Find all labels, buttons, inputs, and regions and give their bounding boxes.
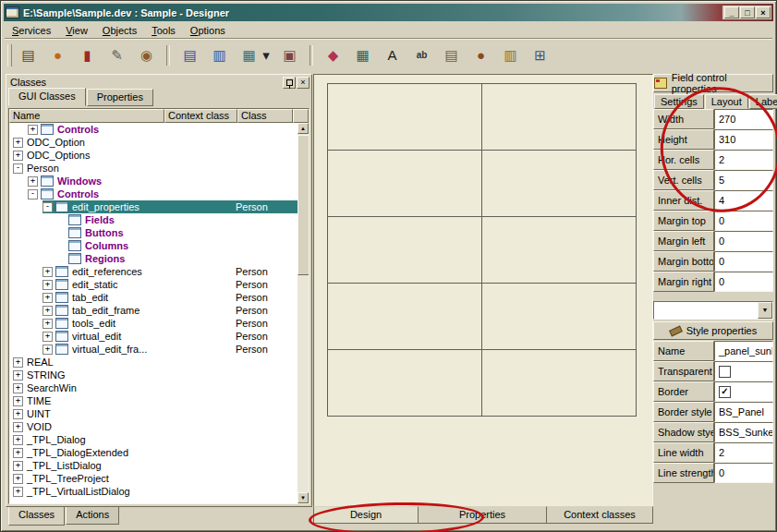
expand-icon[interactable]: + — [13, 370, 23, 381]
menu-item-options[interactable]: Options — [183, 23, 233, 38]
grid-cell[interactable] — [328, 217, 482, 284]
combo-dropdown-icon[interactable]: ▼ — [758, 302, 772, 319]
expand-icon[interactable]: + — [28, 125, 38, 135]
expand-icon[interactable]: + — [13, 138, 23, 148]
menu-item-objects[interactable]: Objects — [95, 23, 144, 38]
column-context-class[interactable]: Context class — [164, 109, 237, 123]
toolbar-print-blue-2-button[interactable]: ▥ — [208, 43, 231, 66]
field-control-properties-header[interactable]: Field control properties — [653, 74, 773, 92]
expand-icon[interactable]: + — [42, 345, 53, 355]
toolbar-form-preview-button[interactable]: ▣ — [278, 43, 301, 66]
tab-actions[interactable]: Actions — [66, 507, 119, 525]
property-value[interactable]: BS_Panel — [714, 402, 773, 422]
expand-icon[interactable]: + — [42, 306, 53, 316]
property-value[interactable]: 2 — [714, 150, 773, 170]
expand-icon[interactable]: + — [13, 409, 23, 419]
tree-row[interactable]: +tab_editPerson — [9, 291, 297, 304]
style-combo[interactable]: ▼ — [653, 301, 773, 320]
tree-row[interactable]: Fields — [9, 213, 297, 226]
property-value[interactable]: 2 — [714, 442, 773, 463]
collapse-icon[interactable]: - — [13, 163, 23, 174]
scroll-down-icon[interactable]: ▼ — [297, 492, 309, 503]
tree-row[interactable]: +edit_staticPerson — [9, 278, 297, 291]
expand-icon[interactable]: + — [42, 280, 53, 290]
expand-icon[interactable]: + — [28, 176, 38, 187]
toolbar-window-new-button[interactable]: ⊞ — [528, 43, 552, 66]
grid-cell[interactable] — [482, 217, 637, 284]
collapse-icon[interactable]: - — [28, 189, 38, 200]
tree-row[interactable]: +edit_referencesPerson — [9, 265, 297, 278]
tab-design[interactable]: Design — [313, 506, 418, 524]
tree-row[interactable]: +tools_editPerson — [9, 317, 297, 330]
tree-row[interactable]: +_TPL_DialogExtended — [9, 446, 297, 459]
menu-item-tools[interactable]: Tools — [144, 23, 183, 38]
tree-row[interactable]: +STRING — [9, 369, 297, 381]
design-canvas[interactable] — [313, 74, 653, 507]
grid-cell[interactable] — [328, 284, 482, 350]
tree-row[interactable]: +_TPL_VirtualListDialog — [9, 485, 297, 498]
property-value[interactable]: _panel_sunken — [714, 341, 773, 361]
grid-cell[interactable] — [328, 84, 482, 151]
tree-row[interactable]: +virtual_edit_fra...Person — [9, 343, 297, 356]
property-value[interactable]: 0 — [714, 272, 773, 292]
tree-row[interactable]: +ODC_Option — [9, 136, 297, 149]
checkbox-checked[interactable]: ✓ — [719, 386, 731, 398]
collapse-icon[interactable]: - — [42, 202, 53, 212]
pin-button[interactable] — [283, 77, 296, 89]
expand-icon[interactable]: + — [13, 151, 23, 161]
toolbar-button-control-button[interactable]: ab — [410, 43, 433, 66]
toolbar-edit-form-button[interactable]: ✎ — [105, 43, 128, 66]
expand-icon[interactable]: + — [13, 396, 23, 406]
expand-icon[interactable]: + — [13, 383, 23, 393]
tree-row[interactable]: +REAL — [9, 356, 297, 369]
grid-cell[interactable] — [482, 151, 637, 217]
design-grid[interactable] — [327, 83, 637, 417]
property-value[interactable]: 0 — [714, 211, 773, 231]
expand-icon[interactable]: + — [13, 474, 23, 484]
tree-row[interactable]: -edit_propertiesPerson — [9, 200, 297, 213]
toolbar-sphere-button[interactable]: ● — [469, 43, 492, 66]
expand-icon[interactable]: + — [13, 435, 23, 445]
column-class[interactable]: Class — [237, 109, 293, 123]
toolbar-print-blue-button[interactable]: ▤ — [178, 43, 201, 66]
toolbar-shape-red-button[interactable]: ◆ — [322, 43, 345, 66]
tree-row[interactable]: +Controls — [9, 123, 297, 136]
tree-row[interactable]: Columns — [9, 239, 297, 252]
toolbar-table-button[interactable]: ▦ — [351, 43, 374, 66]
property-value[interactable]: 0 — [714, 251, 773, 272]
tree-row[interactable]: -Controls — [9, 187, 297, 200]
expand-icon[interactable]: + — [42, 332, 53, 342]
toolbar-combo-dropdown-button[interactable]: ▾ — [261, 43, 272, 66]
tree-row[interactable]: +SearchWin — [9, 381, 297, 394]
tree-row[interactable]: -Person — [9, 162, 297, 175]
toolbar-cabinet-button[interactable]: ▥ — [499, 43, 522, 66]
property-value[interactable]: BSS_Sunken — [714, 422, 773, 442]
toolbar-font-button[interactable]: A — [381, 43, 404, 66]
expand-icon[interactable]: + — [13, 448, 23, 458]
toolbar-palette-button[interactable]: ● — [46, 43, 69, 66]
tree-row[interactable]: +_TPL_TreeProject — [9, 472, 297, 485]
tree-row[interactable]: +Windows — [9, 175, 297, 187]
checkbox-unchecked[interactable] — [719, 366, 731, 378]
tree-scrollbar[interactable]: ▲ ▼ — [297, 123, 309, 503]
expand-icon[interactable]: + — [13, 487, 23, 497]
expand-icon[interactable]: + — [13, 357, 23, 368]
tab-context-classes[interactable]: Context classes — [546, 506, 653, 524]
tree-row[interactable]: +_TPL_ListDialog — [9, 459, 297, 472]
tab-label[interactable]: Label — [749, 94, 777, 109]
toolbar-class-view-button[interactable]: ▤ — [17, 43, 40, 66]
grid-cell[interactable] — [328, 350, 482, 417]
tab-properties-bottom[interactable]: Properties — [418, 506, 546, 524]
tab-classes[interactable]: Classes — [8, 507, 65, 526]
panel-close-button[interactable]: × — [297, 77, 310, 89]
tree-row[interactable]: Buttons — [9, 226, 297, 239]
maximize-button[interactable]: □ — [740, 6, 755, 18]
expand-icon[interactable]: + — [42, 293, 53, 303]
column-name[interactable]: Name — [9, 109, 164, 123]
tree-row[interactable]: +VOID — [9, 420, 297, 433]
property-value[interactable]: 270 — [714, 109, 773, 129]
menu-item-services[interactable]: Services — [5, 23, 58, 38]
toolbar-notebook-tabs-button[interactable]: ▤ — [440, 43, 463, 66]
expand-icon[interactable]: + — [42, 319, 53, 329]
property-value[interactable]: 5 — [714, 170, 773, 190]
